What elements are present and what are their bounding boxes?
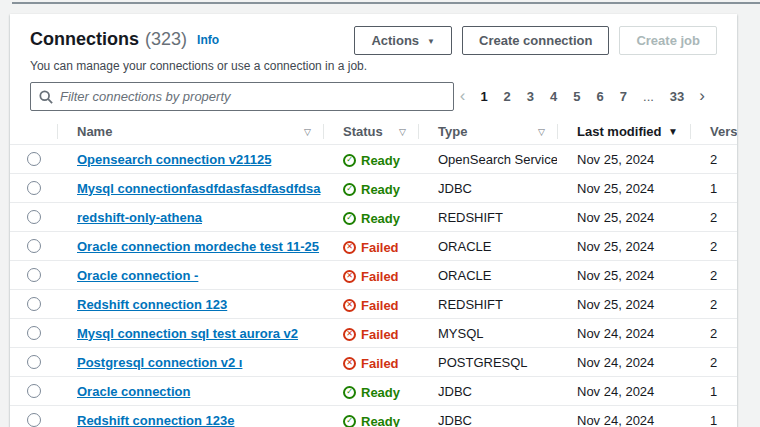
row-select-cell [10,268,57,282]
page-5-button[interactable]: 5 [566,86,587,107]
table-row: Mysql connectionfasdfdasfasdfasdfdsa Rea… [10,174,737,203]
page-7-button[interactable]: 7 [613,86,634,107]
panel-header: Connections (323) Info Actions ▼ Create … [10,14,737,111]
status-cell: Ready [323,150,418,168]
status-cell: Failed [323,266,418,284]
status-label: Failed [361,269,399,284]
status-ready-icon [343,212,356,225]
status-ready-icon [343,183,356,196]
column-header-type[interactable]: Type▽ [418,119,557,144]
connection-name-link[interactable]: Opensearch connection v21125 [77,152,271,167]
connection-name-link[interactable]: Oracle connection [77,384,190,399]
row-radio-button[interactable] [27,384,41,398]
create-connection-button[interactable]: Create connection [462,26,609,55]
connection-name-link[interactable]: Redshift connection 123 [77,297,227,312]
row-select-cell [10,152,57,166]
version-cell: 2 [690,326,737,341]
connection-name-link[interactable]: Postgresql connection v2 ı [77,355,242,370]
connection-name-link[interactable]: redshift-only-athena [77,210,202,225]
type-cell: OpenSearch Service [418,152,557,167]
connection-name-link[interactable]: Oracle connection - [77,268,198,283]
table-body: Opensearch connection v21125 Ready OpenS… [10,145,737,427]
page-3-button[interactable]: 3 [520,86,541,107]
status-badge: Failed [343,240,399,255]
connection-name-link[interactable]: Oracle connection mordeche test 11-25 [77,239,319,254]
table-row: redshift-only-athena Ready REDSHIFT Nov … [10,203,737,232]
name-cell: Opensearch connection v21125 [57,152,323,167]
page-last-button[interactable]: 33 [663,86,691,107]
name-cell: Mysql connectionfasdfdasfasdfasdfdsa [57,181,323,196]
connection-name-link[interactable]: Mysql connection sql test aurora v2 [77,326,298,341]
filter-input-wrapper [30,82,454,111]
panel-description: You can manage your connections or use a… [30,59,717,73]
last-modified-cell: Nov 25, 2024 [557,239,690,254]
connection-name-link[interactable]: Redshift connection 123e [77,413,234,427]
row-radio-button[interactable] [27,413,41,427]
version-cell: 1 [690,384,737,399]
version-cell: 2 [690,239,737,254]
status-badge: Failed [343,327,399,342]
page-2-button[interactable]: 2 [497,86,518,107]
column-header-last-modified[interactable]: Last modified▼ [557,119,690,144]
row-select-cell [10,210,57,224]
status-cell: Ready [323,411,418,427]
status-label: Ready [361,211,400,226]
table-header: Name▽Status▽Type▽Last modified▼Version [10,119,737,145]
page-title: Connections [30,29,139,50]
name-cell: Redshift connection 123e [57,413,323,427]
status-label: Failed [361,356,399,371]
last-modified-cell: Nov 25, 2024 [557,152,690,167]
table-row: Redshift connection 123 Failed REDSHIFT … [10,290,737,319]
row-radio-button[interactable] [27,210,41,224]
connection-name-link[interactable]: Mysql connectionfasdfdasfasdfasdfdsa [77,181,320,196]
status-label: Failed [361,240,399,255]
status-label: Ready [361,414,400,427]
row-radio-button[interactable] [27,326,41,340]
actions-button[interactable]: Actions ▼ [354,26,452,55]
table-toolbar: ‹ 1234567... 33 › [30,82,717,111]
row-radio-button[interactable] [27,152,41,166]
status-cell: Ready [323,208,418,226]
row-radio-button[interactable] [27,181,41,195]
row-radio-button[interactable] [27,355,41,369]
name-cell: Mysql connection sql test aurora v2 [57,326,323,341]
status-badge: Failed [343,356,399,371]
row-radio-button[interactable] [27,239,41,253]
filter-input[interactable] [60,89,445,104]
actions-button-label: Actions [371,33,419,48]
column-header-status[interactable]: Status▽ [323,119,418,144]
row-select-cell [10,239,57,253]
version-cell: 2 [690,355,737,370]
column-header-label: Last modified [577,124,662,139]
status-ready-icon [343,415,356,427]
status-label: Ready [361,182,400,197]
type-cell: POSTGRESQL [418,355,557,370]
name-cell: Redshift connection 123 [57,297,323,312]
next-page-button[interactable]: › [693,87,711,106]
last-modified-cell: Nov 24, 2024 [557,355,690,370]
name-cell: Oracle connection mordeche test 11-25 [57,239,323,254]
table-row: Oracle connection Ready JDBC Nov 24, 202… [10,377,737,406]
status-ready-icon [343,386,356,399]
page-4-button[interactable]: 4 [543,86,564,107]
status-label: Ready [361,385,400,400]
status-badge: Ready [343,153,400,168]
row-radio-button[interactable] [27,268,41,282]
table-row: Opensearch connection v21125 Ready OpenS… [10,145,737,174]
sorted-desc-icon: ▼ [662,126,678,137]
status-badge: Ready [343,211,400,226]
create-job-button[interactable]: Create job [619,26,717,55]
top-divider [12,2,760,4]
status-cell: Failed [323,295,418,313]
connections-panel: Connections (323) Info Actions ▼ Create … [10,14,737,427]
page-1-button[interactable]: 1 [473,86,494,107]
previous-page-button[interactable]: ‹ [454,87,472,106]
row-radio-button[interactable] [27,297,41,311]
column-header-label: Name [77,124,112,139]
type-cell: REDSHIFT [418,210,557,225]
last-modified-cell: Nov 25, 2024 [557,297,690,312]
table-row: Redshift connection 123e Ready JDBC Nov … [10,406,737,427]
column-header-name[interactable]: Name▽ [57,119,323,144]
info-link[interactable]: Info [197,33,219,47]
page-6-button[interactable]: 6 [590,86,611,107]
